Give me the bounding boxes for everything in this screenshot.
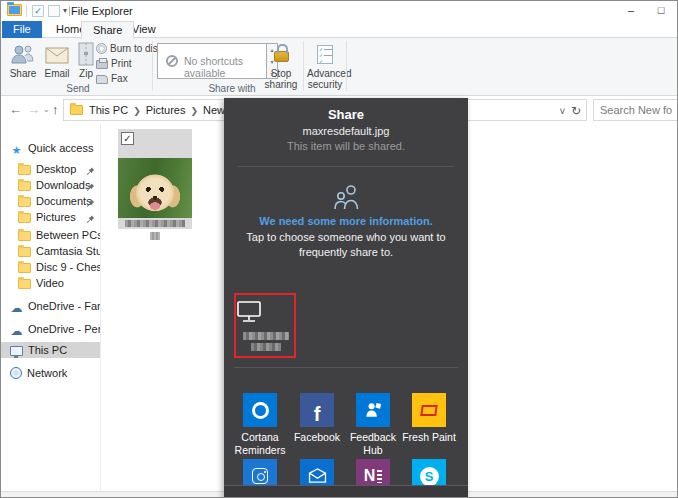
send-group-label: Send bbox=[7, 83, 149, 94]
share-subtitle: This item will be shared. bbox=[224, 140, 468, 152]
share-with-group-label: Share with bbox=[157, 83, 307, 94]
redacted-device-name-line2 bbox=[251, 343, 281, 351]
app-tile-cortana-reminders[interactable] bbox=[243, 393, 277, 427]
app-tile-instagram[interactable] bbox=[243, 459, 277, 485]
sidebar-item-this-pc[interactable]: This PC bbox=[1, 342, 100, 358]
security-checklist-icon bbox=[307, 42, 343, 68]
share-target-device[interactable] bbox=[234, 293, 296, 358]
divider bbox=[234, 367, 458, 368]
onenote-icon: N bbox=[364, 467, 376, 485]
instagram-icon bbox=[252, 468, 268, 484]
folder-icon bbox=[70, 105, 83, 115]
breadcrumb-this-pc[interactable]: This PC bbox=[89, 104, 128, 116]
sidebar-item-camtasia-studio[interactable]: Camtasia Studio bbox=[1, 243, 100, 259]
app-tile-fresh-paint[interactable] bbox=[412, 393, 446, 427]
share-shortcuts-list[interactable]: No shortcuts available bbox=[157, 43, 267, 79]
app-label: Fresh Paint bbox=[400, 431, 458, 444]
pc-icon bbox=[10, 346, 23, 356]
app-tile-skype[interactable]: S bbox=[412, 459, 446, 485]
disc-icon bbox=[96, 43, 107, 54]
sidebar-item-video[interactable]: Video bbox=[1, 275, 100, 291]
share-panel-footer bbox=[224, 485, 468, 498]
star-icon: ★ bbox=[10, 142, 23, 156]
breadcrumb-pictures[interactable]: Pictures bbox=[146, 104, 186, 116]
feedback-hub-icon bbox=[364, 400, 383, 421]
file-thumbnail-maxresdefault[interactable]: ✓ bbox=[118, 129, 192, 229]
chevron-right-icon: ❯ bbox=[185, 106, 203, 116]
navigation-pane: ★Quick access Desktop Downloads Document… bbox=[1, 124, 101, 491]
advanced-security-button[interactable]: Advanced security bbox=[307, 41, 343, 87]
sidebar-item-pictures[interactable]: Pictures bbox=[1, 209, 100, 225]
ribbon-tabs: File Home Share View bbox=[1, 21, 677, 38]
app-label: Facebook bbox=[288, 431, 346, 444]
tab-file[interactable]: File bbox=[2, 21, 42, 38]
monitor-icon bbox=[236, 300, 294, 326]
back-button[interactable]: ← bbox=[9, 102, 22, 117]
item-checkbox[interactable]: ✓ bbox=[121, 132, 134, 145]
folder-icon bbox=[18, 279, 31, 289]
photo-thumbnail bbox=[118, 158, 192, 218]
folder-icon bbox=[18, 181, 31, 191]
forward-button[interactable]: → bbox=[27, 102, 40, 117]
ribbon: Share Email Zip Burn to disc Print Fax S… bbox=[1, 38, 677, 96]
sidebar-item-network[interactable]: Network bbox=[1, 365, 100, 381]
sidebar-item-disc-9[interactable]: Disc 9 - Chest & Sho bbox=[1, 259, 100, 275]
folder-icon bbox=[18, 263, 31, 273]
people-icon bbox=[224, 184, 468, 213]
no-entry-icon bbox=[166, 55, 178, 67]
search-box bbox=[593, 99, 678, 121]
print-button[interactable]: Print bbox=[96, 57, 132, 71]
share-panel-title: Share bbox=[224, 107, 468, 122]
address-controls: ˅ ↻ bbox=[560, 104, 581, 118]
tab-share[interactable]: Share bbox=[81, 21, 134, 39]
cloud-icon: ☁ bbox=[10, 300, 23, 314]
sidebar-item-quick-access[interactable]: ★Quick access bbox=[1, 140, 100, 156]
pin-icon bbox=[86, 164, 95, 177]
share-button[interactable]: Share bbox=[7, 41, 39, 87]
refresh-icon[interactable]: ↻ bbox=[571, 104, 581, 118]
maximize-button[interactable]: □ bbox=[646, 1, 676, 21]
tap-to-choose-text: Tap to choose someone who you want to fr… bbox=[230, 230, 462, 260]
address-dropdown-icon[interactable]: ˅ bbox=[560, 106, 566, 117]
redacted-file-badge bbox=[150, 232, 160, 240]
share-apps-row-2: N S bbox=[224, 459, 468, 485]
search-input[interactable] bbox=[594, 100, 678, 120]
divider bbox=[26, 5, 27, 17]
divider bbox=[346, 41, 347, 91]
sidebar-item-downloads[interactable]: Downloads bbox=[1, 177, 100, 193]
file-explorer-window: ✓ ▾ File Explorer – □ File Home Share Vi… bbox=[0, 0, 678, 498]
network-icon bbox=[10, 367, 22, 379]
up-button[interactable]: ↑ bbox=[52, 102, 59, 117]
divider bbox=[69, 6, 70, 16]
folder-icon bbox=[18, 247, 31, 257]
properties-icon[interactable]: ✓ bbox=[32, 5, 44, 17]
sidebar-item-onedrive-family[interactable]: ☁OneDrive - Family bbox=[1, 298, 100, 314]
share-filename: maxresdefault.jpg bbox=[224, 125, 468, 137]
minimize-button[interactable]: – bbox=[616, 1, 646, 21]
share-people-icon bbox=[7, 42, 39, 68]
app-label: Feedback Hub bbox=[344, 431, 402, 457]
sidebar-item-desktop[interactable]: Desktop bbox=[1, 161, 100, 177]
cortana-icon bbox=[252, 402, 269, 419]
sidebar-item-between-pcs[interactable]: Between PCs bbox=[1, 227, 100, 243]
folder-icon bbox=[18, 231, 31, 241]
new-folder-icon[interactable] bbox=[48, 5, 60, 17]
divider bbox=[152, 41, 153, 91]
stop-sharing-button[interactable]: Stop sharing bbox=[263, 41, 299, 87]
email-icon bbox=[41, 42, 73, 68]
folder-icon bbox=[18, 197, 31, 207]
folder-icon bbox=[18, 165, 31, 175]
app-tile-mail[interactable] bbox=[300, 459, 334, 485]
chevron-right-icon: ❯ bbox=[128, 106, 146, 116]
recent-locations-icon[interactable]: ⌄ bbox=[43, 105, 50, 114]
pin-icon bbox=[86, 196, 95, 209]
redacted-device-name-line1 bbox=[243, 332, 289, 340]
more-information-link[interactable]: We need some more information. bbox=[224, 215, 468, 227]
app-tile-onenote[interactable]: N bbox=[356, 459, 390, 485]
qat-dropdown-icon[interactable]: ▾ bbox=[63, 6, 67, 15]
app-tile-facebook[interactable]: f bbox=[300, 393, 334, 427]
app-tile-feedback-hub[interactable] bbox=[356, 393, 390, 427]
sidebar-item-onedrive-personal[interactable]: ☁OneDrive - Personal bbox=[1, 321, 100, 337]
sidebar-item-documents[interactable]: Documents bbox=[1, 193, 100, 209]
email-button[interactable]: Email bbox=[41, 41, 73, 87]
